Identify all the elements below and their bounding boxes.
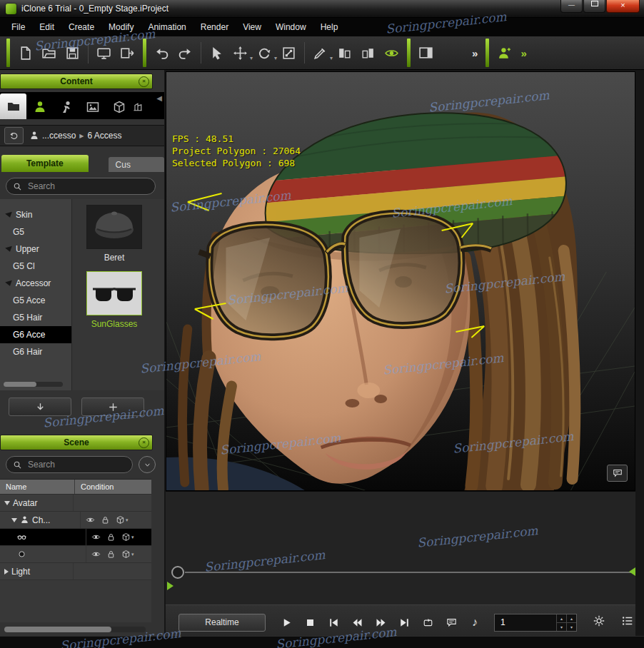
apply-to-scene-button[interactable] — [9, 398, 71, 416]
play-button[interactable] — [278, 614, 295, 631]
tree-item[interactable]: Upper — [0, 241, 71, 258]
align-left-button[interactable] — [333, 40, 356, 66]
content-panel-header[interactable]: Content × — [0, 74, 153, 89]
spinner-down-icon[interactable]: ▾ — [567, 623, 576, 631]
viewport-3d[interactable]: FPS : 48.51 Project Polygon : 27064 Sele… — [166, 71, 635, 491]
beret-thumbnail-image[interactable] — [86, 205, 142, 249]
redo-button[interactable] — [173, 40, 197, 66]
rotate-tool-button[interactable] — [253, 40, 276, 66]
spinner-up-icon[interactable]: ▴ — [557, 614, 566, 623]
scrollbar-thumb[interactable] — [4, 382, 36, 387]
scrollbar-thumb[interactable] — [4, 627, 111, 632]
create-avatar-button[interactable] — [493, 40, 516, 66]
tree-item[interactable]: G5 — [0, 223, 71, 241]
scene-row-beret[interactable]: ▾ — [0, 546, 151, 563]
tab-props[interactable] — [106, 95, 132, 119]
scale-tool-button[interactable] — [277, 40, 301, 66]
add-content-button[interactable] — [81, 398, 144, 416]
collapse-panel-arrow-icon[interactable]: ◀ — [156, 94, 162, 102]
lock-icon[interactable] — [106, 550, 116, 559]
scene-row-avatar-group[interactable]: Avatar — [0, 495, 151, 512]
menu-item[interactable]: Help — [313, 19, 346, 35]
tree-item[interactable]: Skin — [0, 206, 71, 223]
pick-tool-button[interactable] — [308, 40, 332, 66]
tab-stage[interactable] — [132, 95, 144, 119]
menu-item[interactable]: Window — [268, 19, 313, 35]
export-button[interactable] — [116, 40, 139, 66]
previous-frame-button[interactable] — [348, 614, 366, 631]
scene-row-sunglasses[interactable]: ▾ — [0, 529, 151, 546]
tree-horizontal-scrollbar[interactable] — [4, 382, 63, 387]
viewport-comment-button[interactable] — [607, 465, 628, 482]
move-tool-button[interactable] — [228, 40, 252, 66]
visibility-eye-button[interactable] — [380, 40, 403, 66]
scene-filter-dropdown[interactable] — [139, 456, 156, 473]
menu-item[interactable]: Render — [193, 19, 236, 35]
tab-actor[interactable] — [26, 95, 53, 119]
tab-motion[interactable] — [53, 95, 79, 119]
breadcrumb-segment-current[interactable]: 6 Access — [88, 131, 122, 141]
spinner-down-icon[interactable]: ▾ — [557, 623, 566, 631]
menu-item[interactable]: File — [4, 19, 32, 35]
content-search-box[interactable] — [6, 178, 156, 195]
close-button[interactable]: × — [606, 0, 640, 13]
tree-item[interactable]: G5 Hair — [0, 309, 71, 326]
maximize-button[interactable] — [583, 0, 605, 13]
tree-item[interactable]: Accessor — [0, 275, 71, 292]
tree-item[interactable]: G5 Cl — [0, 258, 71, 275]
lock-icon[interactable] — [106, 532, 116, 542]
expand-triangle-icon[interactable] — [4, 501, 10, 505]
scene-col-condition[interactable]: Condition — [75, 480, 151, 494]
thumbnail-sunglasses[interactable]: SunGlasses — [82, 271, 146, 329]
realtime-button[interactable]: Realtime — [178, 614, 266, 632]
breadcrumb-back-button[interactable] — [4, 127, 24, 144]
scene-search-box[interactable] — [6, 456, 133, 473]
menu-item[interactable]: View — [236, 19, 268, 35]
breadcrumb-segment[interactable]: ...ccesso — [42, 131, 76, 141]
collapsed-triangle-icon[interactable] — [4, 569, 9, 574]
timeline-list-button[interactable] — [621, 614, 634, 630]
window-titlebar[interactable]: iClone 6 Trial - 0_Empty Stage.iProject … — [0, 0, 644, 18]
next-frame-button[interactable] — [372, 614, 389, 631]
preview-screen-button[interactable] — [92, 40, 116, 66]
frame-number-input[interactable]: 1 ▴▾ ▴▾ — [494, 614, 577, 632]
tab-image[interactable] — [79, 95, 106, 119]
new-project-button[interactable] — [14, 40, 37, 66]
first-frame-button[interactable] — [325, 614, 342, 631]
loop-button[interactable] — [419, 614, 436, 631]
visibility-eye-icon[interactable] — [91, 550, 101, 559]
scene-panel-close-icon[interactable]: × — [139, 437, 149, 448]
toolbar-overflow-chevron-right[interactable]: » — [516, 47, 530, 59]
menu-item[interactable]: Animation — [141, 19, 193, 35]
tab-content-folder[interactable] — [0, 93, 26, 119]
open-project-button[interactable] — [37, 40, 61, 66]
undo-button[interactable] — [150, 40, 173, 66]
range-end-marker-icon[interactable] — [629, 567, 635, 576]
save-project-button[interactable] — [61, 40, 84, 66]
tab-template[interactable]: Template — [1, 155, 89, 172]
last-frame-button[interactable] — [396, 614, 413, 631]
scene-panel-header[interactable]: Scene × — [0, 435, 153, 450]
thumbnail-beret[interactable]: Beret — [82, 205, 146, 263]
scene-horizontal-scrollbar[interactable] — [4, 627, 146, 632]
tree-item[interactable]: G5 Acce — [0, 292, 71, 309]
minimize-button[interactable]: — — [560, 0, 583, 13]
sunglasses-thumbnail-image[interactable] — [86, 271, 142, 315]
scene-col-name[interactable]: Name — [0, 480, 75, 494]
timeline-track[interactable] — [185, 572, 631, 573]
select-tool-button[interactable] — [205, 40, 228, 66]
align-right-button[interactable] — [356, 40, 380, 66]
range-start-marker-icon[interactable] — [167, 582, 173, 590]
menu-item[interactable]: Modify — [101, 19, 141, 35]
tree-item[interactable]: G6 Hair — [0, 343, 71, 360]
spinner-up-icon[interactable]: ▴ — [567, 614, 576, 623]
content-search-input[interactable] — [26, 181, 149, 192]
audio-note-button[interactable]: ♪ — [466, 614, 483, 631]
stop-button[interactable] — [301, 614, 318, 631]
content-panel-close-icon[interactable]: × — [139, 76, 149, 87]
scene-search-input[interactable] — [26, 459, 126, 470]
prop-cube-icon[interactable]: ▾ — [121, 550, 134, 559]
scene-row-character[interactable]: Ch... ▾ — [0, 512, 151, 529]
lock-icon[interactable] — [101, 515, 110, 525]
render-options-button[interactable] — [593, 614, 605, 630]
